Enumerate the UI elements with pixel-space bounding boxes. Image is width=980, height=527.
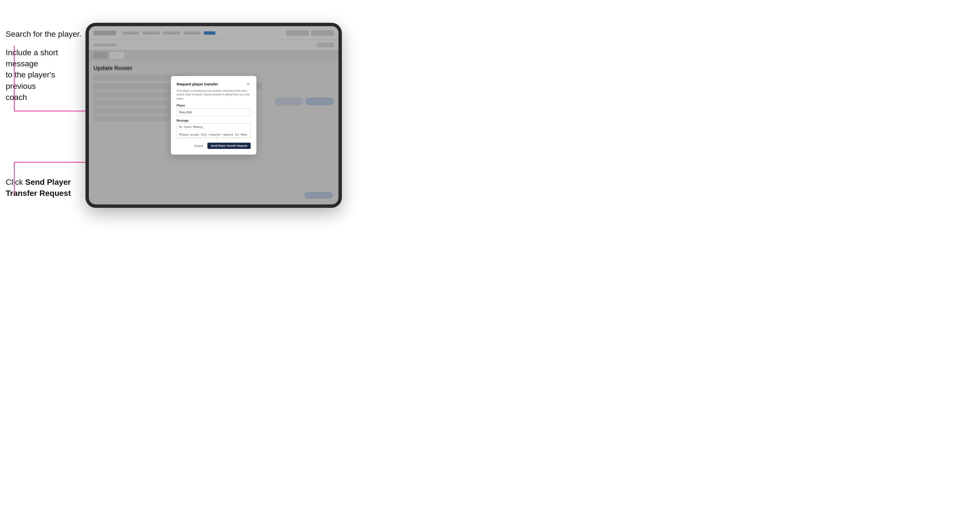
annotation-search-text: Search for the player. xyxy=(6,29,81,40)
tablet-frame: Update Roster Request player transfer × … xyxy=(86,23,342,208)
request-transfer-modal: Request player transfer × If the player … xyxy=(171,76,256,155)
send-player-transfer-request-button[interactable]: Send Player Transfer Request xyxy=(207,143,251,149)
player-input[interactable] xyxy=(177,108,251,116)
message-label: Message xyxy=(177,119,251,122)
player-label: Player xyxy=(177,104,251,107)
modal-description: If the player is transferring from anoth… xyxy=(177,89,251,101)
message-textarea[interactable]: Hi Coach McHarg, Please accept this tran… xyxy=(177,123,251,138)
annotation-message-text: Include a short message to the player's … xyxy=(6,47,80,103)
modal-overlay: Request player transfer × If the player … xyxy=(89,26,339,205)
tablet-screen: Update Roster Request player transfer × … xyxy=(89,26,339,205)
cancel-button[interactable]: Cancel xyxy=(192,143,205,149)
modal-footer: Cancel Send Player Transfer Request xyxy=(177,143,251,149)
modal-header: Request player transfer × xyxy=(177,82,251,87)
annotation-click-text: Click Send Player Transfer Request xyxy=(6,176,80,199)
modal-close-button[interactable]: × xyxy=(245,82,251,87)
modal-title: Request player transfer xyxy=(177,82,218,86)
